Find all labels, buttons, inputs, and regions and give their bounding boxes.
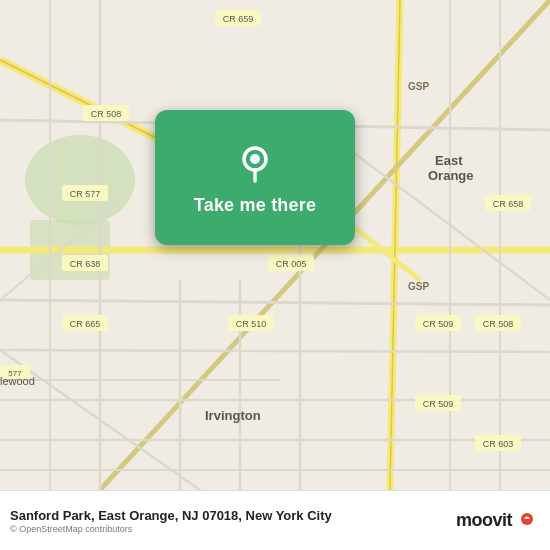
moovit-logo: moovit — [456, 510, 538, 532]
svg-text:lewood: lewood — [0, 375, 35, 387]
svg-text:CR 510: CR 510 — [236, 319, 267, 329]
moovit-pin-icon — [516, 510, 538, 532]
svg-text:GSP: GSP — [408, 81, 429, 92]
svg-text:CR 603: CR 603 — [483, 439, 514, 449]
svg-text:CR 577: CR 577 — [70, 189, 101, 199]
svg-text:CR 659: CR 659 — [223, 14, 254, 24]
svg-text:CR 638: CR 638 — [70, 259, 101, 269]
svg-text:CR 509: CR 509 — [423, 399, 454, 409]
svg-text:East: East — [435, 153, 463, 168]
svg-text:CR 508: CR 508 — [91, 109, 122, 119]
map-area: CR 659 CR 508 CR 577 CR 638 CR 005 CR 66… — [0, 0, 550, 490]
svg-text:CR 005: CR 005 — [276, 259, 307, 269]
bottom-bar: Sanford Park, East Orange, NJ 07018, New… — [0, 490, 550, 550]
svg-text:CR 665: CR 665 — [70, 319, 101, 329]
moovit-text: moovit — [456, 510, 512, 531]
svg-text:Irvington: Irvington — [205, 408, 261, 423]
location-pin-icon — [231, 139, 279, 187]
location-info: Sanford Park, East Orange, NJ 07018, New… — [10, 508, 332, 534]
svg-text:CR 658: CR 658 — [493, 199, 524, 209]
take-me-there-label: Take me there — [194, 195, 316, 216]
svg-text:GSP: GSP — [408, 281, 429, 292]
svg-text:CR 508: CR 508 — [483, 319, 514, 329]
svg-text:Orange: Orange — [428, 168, 474, 183]
location-name: Sanford Park, East Orange, NJ 07018, New… — [10, 508, 332, 523]
svg-point-60 — [250, 154, 260, 164]
map-svg: CR 659 CR 508 CR 577 CR 638 CR 005 CR 66… — [0, 0, 550, 490]
svg-text:CR 509: CR 509 — [423, 319, 454, 329]
svg-point-1 — [25, 135, 135, 225]
take-me-there-card[interactable]: Take me there — [155, 110, 355, 245]
osm-credit: © OpenStreetMap contributors — [10, 524, 332, 534]
